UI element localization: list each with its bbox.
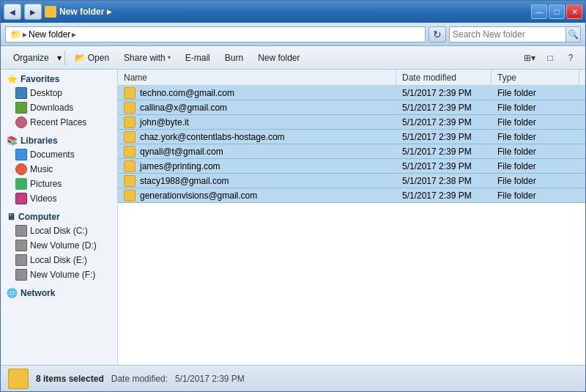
disk-c-icon <box>15 225 27 237</box>
organize-arrow: ▾ <box>57 53 62 63</box>
favorites-header[interactable]: ⭐ Favorites <box>1 73 117 86</box>
minimize-button[interactable]: — <box>531 4 547 19</box>
file-folder-icon <box>124 190 136 201</box>
computer-section: 🖥 Computer Local Disk (C:) New Volume (D… <box>1 210 117 282</box>
burn-button[interactable]: Burn <box>218 49 250 67</box>
libraries-icon: 📚 <box>7 136 18 146</box>
col-header-date[interactable]: Date modified <box>396 70 492 85</box>
file-list: Name Date modified Type Size techno.com@… <box>118 70 585 365</box>
file-folder-icon <box>124 131 136 143</box>
recent-label: Recent Places <box>30 117 86 127</box>
file-name: chaz.york@contentlabs-hostage.com <box>140 132 285 142</box>
file-cell-size <box>579 115 585 129</box>
file-cell-name: john@byte.it <box>118 115 396 129</box>
computer-header[interactable]: 🖥 Computer <box>1 210 117 223</box>
vol-d-label: New Volume (D:) <box>30 240 97 251</box>
downloads-icon <box>15 102 27 114</box>
sidebar-item-desktop[interactable]: Desktop <box>1 86 117 100</box>
sidebar-item-vol-d[interactable]: New Volume (D:) <box>1 238 117 253</box>
file-cell-size <box>579 86 585 100</box>
local-c-label: Local Disk (C:) <box>30 226 88 236</box>
sidebar-item-pictures[interactable]: Pictures <box>1 177 117 191</box>
table-row[interactable]: callina@x@gmail.com 5/1/2017 2:39 PM Fil… <box>118 100 585 115</box>
address-path[interactable]: 📁 ▸ New folder ▸ <box>5 26 426 42</box>
file-cell-date: 5/1/2017 2:39 PM <box>396 115 492 129</box>
file-folder-icon <box>124 146 136 158</box>
disk-f-icon <box>15 269 27 281</box>
file-cell-date: 5/1/2017 2:39 PM <box>396 188 492 202</box>
libraries-label: Libraries <box>21 136 58 146</box>
libraries-header[interactable]: 📚 Libraries <box>1 134 117 147</box>
music-label: Music <box>30 164 53 174</box>
back-button[interactable]: ◀ <box>4 4 21 20</box>
path-folder-name: New folder <box>29 29 70 40</box>
table-row[interactable]: techno.com@gmail.com 5/1/2017 2:39 PM Fi… <box>118 86 585 100</box>
file-cell-date: 5/1/2017 2:39 PM <box>396 159 492 173</box>
documents-icon <box>15 149 27 160</box>
pictures-label: Pictures <box>30 179 62 189</box>
open-button[interactable]: 📂 Open <box>68 49 116 67</box>
status-date-label: Date modified: <box>111 374 168 384</box>
sidebar-item-local-c[interactable]: Local Disk (C:) <box>1 223 117 238</box>
file-cell-size <box>579 144 585 158</box>
sidebar-item-videos[interactable]: Videos <box>1 191 117 206</box>
libraries-section: 📚 Libraries Documents Music Pictures <box>1 134 117 206</box>
file-name: james@printing.com <box>140 161 220 171</box>
col-header-size[interactable]: Size <box>579 70 585 85</box>
file-cell-type: File folder <box>492 100 579 114</box>
organize-button[interactable]: Organize <box>7 49 56 67</box>
file-name: callina@x@gmail.com <box>140 103 227 113</box>
file-list-header: Name Date modified Type Size <box>118 70 585 86</box>
main-area: ⭐ Favorites Desktop Downloads Recent Pla… <box>1 70 585 365</box>
table-row[interactable]: chaz.york@contentlabs-hostage.com 5/1/20… <box>118 130 585 144</box>
network-header[interactable]: 🌐 Network <box>1 286 117 300</box>
search-button[interactable]: 🔍 <box>565 27 580 42</box>
file-cell-date: 5/1/2017 2:39 PM <box>396 86 492 100</box>
status-items-selected: 8 items selected <box>36 374 104 384</box>
share-with-button[interactable]: Share with ▾ <box>117 49 177 67</box>
search-input[interactable] <box>450 29 565 40</box>
file-cell-size <box>579 100 585 114</box>
refresh-button[interactable]: ↻ <box>429 26 446 42</box>
col-header-name[interactable]: Name <box>118 70 396 85</box>
table-row[interactable]: john@byte.it 5/1/2017 2:39 PM File folde… <box>118 115 585 130</box>
table-row[interactable]: generationvisions@gmail.com 5/1/2017 2:3… <box>118 188 585 203</box>
file-cell-date: 5/1/2017 2:39 PM <box>396 100 492 114</box>
forward-button[interactable]: ▶ <box>24 4 42 20</box>
file-name: john@byte.it <box>140 117 189 127</box>
help-button[interactable]: ? <box>562 49 579 67</box>
pictures-icon <box>15 178 27 190</box>
file-name: techno.com@gmail.com <box>140 88 234 98</box>
close-button[interactable]: ✕ <box>566 4 582 19</box>
file-cell-date: 5/1/2017 2:39 PM <box>396 144 492 158</box>
file-cell-type: File folder <box>492 130 579 144</box>
file-folder-icon <box>124 117 136 128</box>
search-box: 🔍 <box>449 26 581 42</box>
status-date-value: 5/1/2017 2:39 PM <box>175 374 245 384</box>
file-folder-icon <box>124 160 136 172</box>
table-row[interactable]: james@printing.com 5/1/2017 2:39 PM File… <box>118 159 585 174</box>
sidebar-item-music[interactable]: Music <box>1 162 117 177</box>
preview-pane-button[interactable]: □ <box>541 49 559 67</box>
nav-pane: ⭐ Favorites Desktop Downloads Recent Pla… <box>1 70 118 365</box>
sidebar-item-documents[interactable]: Documents <box>1 147 117 162</box>
table-row[interactable]: qynall@t@gmail.com 5/1/2017 2:39 PM File… <box>118 144 585 159</box>
title-bar-left: ◀ ▶ New folder ▸ <box>4 4 111 20</box>
recent-icon <box>15 117 27 128</box>
col-header-type[interactable]: Type <box>492 70 579 85</box>
file-cell-name: stacy1988@gmail.com <box>118 174 396 188</box>
file-cell-name: generationvisions@gmail.com <box>118 188 396 202</box>
file-cell-date: 5/1/2017 2:38 PM <box>396 174 492 188</box>
sidebar-item-recent[interactable]: Recent Places <box>1 115 117 130</box>
view-options-button[interactable]: ⊞ ▾ <box>521 49 538 67</box>
disk-e-icon <box>15 254 27 266</box>
sidebar-item-vol-f[interactable]: New Volume (F:) <box>1 267 117 282</box>
email-button[interactable]: E-mail <box>179 49 217 67</box>
table-row[interactable]: stacy1988@gmail.com 5/1/2017 2:38 PM Fil… <box>118 174 585 188</box>
favorites-star-icon: ⭐ <box>7 74 18 84</box>
file-rows-container: techno.com@gmail.com 5/1/2017 2:39 PM Fi… <box>118 86 585 203</box>
sidebar-item-local-e[interactable]: Local Disk (E:) <box>1 253 117 267</box>
new-folder-button[interactable]: New folder <box>251 49 306 67</box>
sidebar-item-downloads[interactable]: Downloads <box>1 100 117 115</box>
maximize-button[interactable]: □ <box>549 4 565 19</box>
